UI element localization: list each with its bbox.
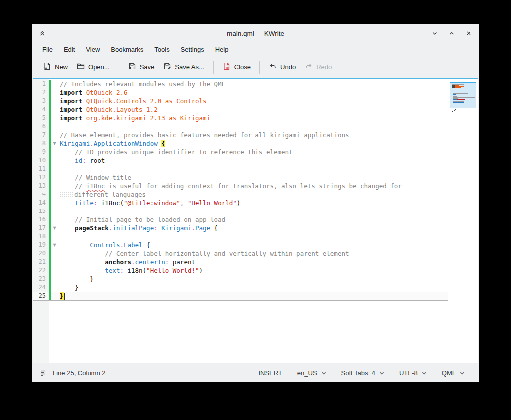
fold-column [51,199,58,207]
fold-marker-icon[interactable]: ▼ [51,224,58,232]
code-token: // Includes relevant modules used by the… [60,80,225,88]
toolbar-button-save[interactable]: Save [124,59,159,75]
code-line[interactable]: // Center label horizontally and vertica… [58,249,448,258]
menu-item-help[interactable]: Help [210,44,234,55]
code-line[interactable]: text: i18n("Hello World!") [58,266,448,275]
toolbar-button-label: Close [234,63,251,71]
code-line[interactable] [58,165,448,173]
code-line[interactable]: title: i18nc("@title:window", "Hello Wor… [58,199,448,207]
menu-item-edit[interactable]: Edit [58,44,80,55]
line-number: 12 [33,173,49,182]
editor-line-row: 10 id: root [33,156,448,165]
code-line[interactable]: Kirigami.ApplicationWindow { [58,139,448,148]
line-number: 5 [33,114,49,122]
close-icon[interactable] [464,29,473,38]
status-label: Soft Tabs: 4 [341,369,375,377]
code-token: "@title:window" [124,199,180,207]
fold-column [51,275,58,283]
code-line[interactable]: } [58,283,448,292]
editor-line-row: 19▼ Controls.Label { [33,241,448,249]
code-line[interactable]: } [58,292,448,300]
wrap-indent-fill [60,192,74,198]
fold-column [51,114,58,122]
toolbar-button-redo[interactable]: Redo [300,59,336,75]
code-line[interactable]: import QtQuick.Layouts 1.2 [58,105,448,114]
menubar: FileEditViewBookmarksToolsSettingsHelp [32,43,479,56]
code-line[interactable]: // Window title [58,173,448,182]
fold-column [51,283,58,292]
code-line[interactable]: pageStack.initialPage: Kirigami.Page { [58,224,448,232]
code-token: ) [237,199,241,207]
status-syntax-mode[interactable]: QML [434,366,472,380]
toolbar-button-open[interactable]: Open... [72,59,114,75]
code-line[interactable]: } [58,275,448,283]
code-token: . [191,224,195,232]
toolbar-button-undo[interactable]: Undo [264,59,300,75]
code-token: import [60,114,82,122]
code-token: Controls [90,241,120,249]
menu-item-file[interactable]: File [37,44,58,55]
menu-item-tools[interactable]: Tools [149,44,175,55]
status-encoding[interactable]: UTF-8 [392,366,434,380]
line-number: 9 [33,148,49,156]
editor-line-row: 22 text: i18n("Hello World!") [33,266,448,275]
code-line[interactable]: // Base element, provides basic features… [58,131,448,139]
status-dictionary[interactable]: en_US [290,366,334,380]
editor-line-row: 11 [33,165,448,173]
code-line[interactable]: import org.kde.kirigami 2.13 as Kirigami [58,114,448,122]
code-token: } [60,275,94,283]
redo-icon [305,62,313,72]
code-token: : [82,157,86,164]
code-line[interactable]: import QtQuick.Controls 2.0 as Controls [58,97,448,105]
status-tab-settings[interactable]: Soft Tabs: 4 [334,366,392,380]
editor-line-row: 2import QtQuick 2.6 [33,88,448,97]
toolbar-button-label: Undo [280,63,296,71]
toolbar-button-label: Redo [316,63,332,71]
line-settings-icon[interactable] [39,368,48,377]
menu-item-view[interactable]: View [80,44,105,55]
code-token [82,97,86,105]
fold-column [51,249,58,258]
fold-marker-icon[interactable]: ▼ [51,241,58,249]
code-token: : [154,224,158,232]
code-line[interactable]: anchors.centerIn: parent [58,258,448,266]
editor-line-row: 17▼ pageStack.initialPage: Kirigami.Page… [33,224,448,232]
toolbar-button-close[interactable]: Close [218,59,255,75]
code-token: . [131,258,135,266]
code-line[interactable]: // i18nc is useful for adding context fo… [58,182,448,190]
line-number: 25 [33,292,49,300]
editor-line-row: 21 anchors.centerIn: parent [33,258,448,266]
code-line[interactable] [58,122,448,131]
fold-marker-icon[interactable]: ▼ [51,139,58,148]
code-line[interactable] [58,207,448,215]
code-token: . [90,140,94,147]
code-line[interactable]: different languages [58,190,448,199]
status-insert-mode[interactable]: INSERT [251,366,289,380]
editor-line-row: 18 [33,232,448,241]
minimize-icon[interactable] [430,29,439,38]
maximize-icon[interactable] [447,29,456,38]
toolbar-button-new[interactable]: New [39,59,72,75]
code-line[interactable] [58,232,448,241]
shade-icon[interactable] [38,29,47,38]
code-line[interactable]: import QtQuick 2.6 [58,88,448,97]
toolbar: NewOpen...SaveSave As...CloseUndoRedo [32,56,479,78]
code-line[interactable]: // ID provides unique identifier to refe… [58,148,448,156]
code-line[interactable]: // Includes relevant modules used by the… [58,80,448,88]
line-number: 14 [33,199,49,207]
code-token: anchors [105,258,131,266]
code-line[interactable]: id: root [58,156,448,165]
editor-line-row: 23 } [33,275,448,283]
code-line[interactable]: Controls.Label { [58,241,448,249]
menu-item-settings[interactable]: Settings [175,44,210,55]
toolbar-separator [259,61,260,74]
cursor-position[interactable]: Line 25, Column 2 [53,369,106,377]
code-token: { [210,224,218,232]
code-line[interactable]: // Initial page to be loaded on app load [58,215,448,224]
fold-column [51,105,58,114]
code-token [60,199,75,207]
text-area[interactable]: 1// Includes relevant modules used by th… [33,79,448,363]
menu-item-bookmarks[interactable]: Bookmarks [105,44,149,55]
toolbar-button-save-as[interactable]: Save As... [159,59,209,75]
scrollbar-minimap[interactable] [448,79,478,363]
